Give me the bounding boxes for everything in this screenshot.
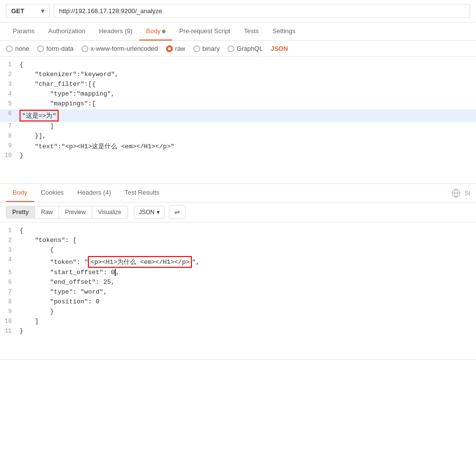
response-code-line: 9 } bbox=[0, 307, 476, 317]
line-content: { bbox=[20, 246, 476, 254]
line-content: } bbox=[20, 308, 476, 315]
url-input[interactable] bbox=[54, 4, 470, 18]
method-label: GET bbox=[11, 7, 24, 15]
line-content: "mappings":[ bbox=[20, 100, 476, 107]
line-content: "position": 0 bbox=[20, 298, 476, 305]
line-number: 10 bbox=[0, 318, 20, 325]
radio-form-data[interactable]: form-data bbox=[37, 45, 74, 52]
line-content: } bbox=[20, 152, 476, 159]
line-content: "tokens": [ bbox=[20, 237, 476, 244]
line-number: 11 bbox=[0, 327, 20, 335]
body-json-label[interactable]: JSON bbox=[270, 45, 288, 52]
response-code-line: 11} bbox=[0, 327, 476, 337]
radio-unchecked-icon bbox=[82, 45, 88, 52]
line-number: 7 bbox=[0, 122, 20, 130]
line-content: } bbox=[20, 327, 476, 335]
globe-icon[interactable] bbox=[451, 188, 461, 198]
code-line: 9 "text":"<p><H1>这是什么 <em></H1></p>" bbox=[0, 141, 476, 151]
line-number: 7 bbox=[0, 288, 20, 296]
radio-unchecked-icon bbox=[6, 45, 13, 52]
code-line: 2 "tokenizer":"keyword", bbox=[0, 70, 476, 80]
code-line: 4 "type":"mapping", bbox=[0, 90, 476, 100]
line-number: 5 bbox=[0, 269, 20, 276]
response-code-area: 1{2 "tokens": [3 {4 "token": "<p><H1>为什么… bbox=[0, 222, 476, 359]
radio-none[interactable]: none bbox=[6, 45, 29, 52]
response-code-line: 4 "token": "<p><H1>为什么 <em></H1></p>", bbox=[0, 256, 476, 268]
line-number: 2 bbox=[0, 71, 20, 78]
line-content: "end_offset": 25, bbox=[20, 279, 476, 286]
tab-params[interactable]: Params bbox=[6, 22, 41, 40]
line-content: "start_offset": 0, bbox=[20, 269, 476, 276]
response-tab-test-results[interactable]: Test Results bbox=[118, 184, 166, 202]
tab-body[interactable]: Body bbox=[139, 22, 172, 40]
format-btn-visualize[interactable]: Visualize bbox=[92, 206, 127, 218]
tab-tests[interactable]: Tests bbox=[237, 22, 266, 40]
line-number: 2 bbox=[0, 237, 20, 244]
tab-authorization[interactable]: Authorization bbox=[41, 22, 92, 40]
line-number: 8 bbox=[0, 298, 20, 305]
json-dropdown-label: JSON bbox=[139, 209, 155, 216]
response-code-line: 5 "start_offset": 0, bbox=[0, 268, 476, 278]
radio-GraphQL[interactable]: GraphQL bbox=[228, 45, 263, 52]
line-number: 3 bbox=[0, 80, 20, 88]
tab-pre-request-script[interactable]: Pre-request Script bbox=[172, 22, 237, 40]
code-line: 1{ bbox=[0, 60, 476, 70]
line-content: "tokenizer":"keyword", bbox=[20, 71, 476, 78]
request-tab-nav: ParamsAuthorizationHeaders (9)BodyPre-re… bbox=[0, 22, 476, 41]
response-code-panel[interactable]: 1{2 "tokens": [3 {4 "token": "<p><H1>为什么… bbox=[0, 222, 476, 359]
wrap-button[interactable]: ⇌ bbox=[169, 205, 186, 219]
line-content: ] bbox=[20, 318, 476, 325]
format-btn-raw[interactable]: Raw bbox=[35, 206, 59, 218]
line-number: 9 bbox=[0, 142, 20, 149]
code-line: 6"这是=>为" bbox=[0, 109, 476, 122]
code-line: 7 ] bbox=[0, 122, 476, 132]
radio-binary[interactable]: binary bbox=[193, 45, 220, 52]
line-number: 4 bbox=[0, 256, 20, 263]
line-number: 9 bbox=[0, 308, 20, 315]
radio-unchecked-icon bbox=[193, 45, 200, 52]
line-number: 3 bbox=[0, 246, 20, 254]
line-content: "type": "word", bbox=[20, 288, 476, 296]
json-dropdown[interactable]: JSON ▾ bbox=[134, 206, 165, 219]
tab-headers[interactable]: Headers (9) bbox=[92, 22, 140, 40]
tab-settings[interactable]: Settings bbox=[266, 22, 302, 40]
line-number: 5 bbox=[0, 100, 20, 107]
code-line: 5 "mappings":[ bbox=[0, 100, 476, 109]
body-type-bar: noneform-datax-www-form-urlencodedrawbin… bbox=[0, 41, 476, 57]
line-content: "这是=>为" bbox=[20, 110, 476, 121]
response-tab-body[interactable]: Body bbox=[6, 184, 34, 202]
response-tab-headers[interactable]: Headers (4) bbox=[71, 184, 118, 202]
response-code-line: 6 "end_offset": 25, bbox=[0, 278, 476, 288]
line-content: }], bbox=[20, 132, 476, 140]
method-select[interactable]: GET ▾ bbox=[6, 4, 50, 18]
response-code-line: 2 "tokens": [ bbox=[0, 236, 476, 246]
response-code-line: 8 "position": 0 bbox=[0, 298, 476, 307]
highlighted-value: "这是=>为" bbox=[20, 110, 59, 121]
line-content: "token": "<p><H1>为什么 <em></H1></p>", bbox=[20, 256, 476, 268]
line-content: { bbox=[20, 227, 476, 234]
response-code-line: 7 "type": "word", bbox=[0, 288, 476, 298]
response-code-line: 1{ bbox=[0, 226, 476, 236]
line-content: "text":"<p><H1>这是什么 <em></H1></p>" bbox=[20, 142, 476, 151]
response-token-value: <p><H1>为什么 <em></H1></p> bbox=[88, 256, 192, 268]
line-number: 1 bbox=[0, 61, 20, 68]
code-line: 3 "char_filter":[{ bbox=[0, 80, 476, 90]
request-code-panel[interactable]: 1{2 "tokenizer":"keyword",3 "char_filter… bbox=[0, 57, 476, 184]
radio-raw[interactable]: raw bbox=[166, 45, 186, 52]
chevron-down-icon: ▾ bbox=[41, 7, 44, 15]
response-tab-cookies[interactable]: Cookies bbox=[34, 184, 71, 202]
response-tab-nav: BodyCookiesHeaders (4)Test Results St bbox=[0, 184, 476, 202]
json-dropdown-chevron: ▾ bbox=[157, 209, 160, 216]
radio-checked-icon bbox=[166, 45, 173, 52]
format-btn-pretty[interactable]: Pretty bbox=[6, 206, 35, 218]
status-text: St bbox=[465, 190, 470, 197]
format-btn-preview[interactable]: Preview bbox=[59, 206, 92, 218]
radio-unchecked-icon bbox=[228, 45, 234, 52]
line-content: ] bbox=[20, 122, 476, 130]
code-line: 10} bbox=[0, 151, 476, 161]
line-content: { bbox=[20, 61, 476, 68]
request-code-area: 1{2 "tokenizer":"keyword",3 "char_filter… bbox=[0, 57, 476, 183]
radio-x-www-form-urlencoded[interactable]: x-www-form-urlencoded bbox=[82, 45, 158, 52]
response-toolbar: PrettyRawPreviewVisualize JSON ▾ ⇌ bbox=[0, 202, 476, 222]
format-btn-group: PrettyRawPreviewVisualize bbox=[6, 206, 128, 219]
